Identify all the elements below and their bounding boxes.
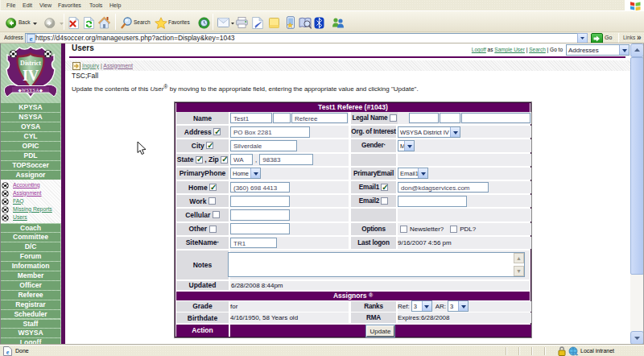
- svg-text:e: e: [6, 349, 10, 356]
- svg-text:◆WSYSA◆: ◆WSYSA◆: [18, 88, 43, 93]
- svg-text:IV: IV: [23, 68, 39, 84]
- svg-text:e: e: [30, 35, 33, 43]
- svg-text:District: District: [20, 60, 41, 67]
